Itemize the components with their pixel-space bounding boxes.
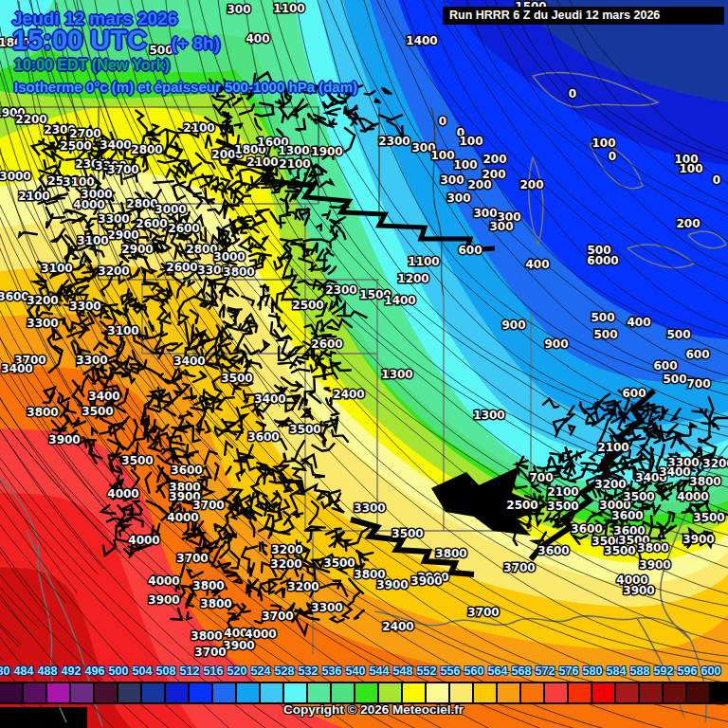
weather-map-page: 1100300140040015000180019005000010023003… [0, 0, 728, 728]
contour-label: 1300 [278, 144, 309, 157]
contour-label: 3400 [254, 392, 285, 406]
scale-swatch [213, 683, 237, 702]
contour-label: 3500 [693, 511, 724, 524]
contour-label: 6000 [587, 254, 618, 267]
contour-label: 2600 [168, 222, 199, 235]
contour-label: 0 [439, 115, 446, 128]
contour-label: 1300 [473, 409, 504, 422]
contour-label: 3100 [41, 262, 72, 275]
contour-label: 2900 [107, 228, 138, 242]
contour-label: 500 [663, 373, 686, 386]
utc-time-text: 15:00 UTC [12, 25, 147, 55]
contour-label: 500 [593, 328, 617, 341]
contour-label: 600 [458, 244, 482, 257]
contour-label: 500 [591, 311, 614, 324]
contour-label: 4000 [73, 198, 104, 211]
contour-label: 3800 [689, 475, 720, 488]
contour-label: 2500 [292, 299, 323, 312]
contour-label: 3500 [604, 544, 635, 557]
contour-label: 2100 [18, 190, 49, 203]
contour-label: 3300 [98, 212, 129, 226]
contour-label: 700 [529, 471, 553, 484]
contour-label: 3300 [311, 601, 342, 614]
contour-label: 1100 [408, 255, 439, 268]
contour-label: 4000 [148, 574, 179, 588]
contour-label: 3600 [571, 522, 602, 536]
contour-label: 100 [430, 149, 454, 162]
contour-label: 3500 [391, 527, 423, 540]
contour-label: 200 [467, 178, 491, 191]
contour-label: 3900 [639, 558, 670, 572]
contour-label: 3200 [27, 294, 58, 307]
contour-label: 3800 [435, 547, 466, 560]
contour-label: 3300 [69, 300, 100, 313]
contour-label: 2600 [311, 337, 342, 351]
scale-swatch [592, 683, 616, 702]
contour-label: 3400 [659, 465, 690, 479]
contour-label: 2800 [131, 143, 162, 156]
color-scale-values: 4804844884924965005045085125165205245285… [0, 664, 728, 680]
contour-label: 1400 [406, 34, 437, 47]
contour-label: 3200 [98, 264, 129, 278]
contour-label: 2200 [15, 113, 46, 126]
contour-label: 1900 [311, 145, 342, 158]
contour-label: 2100 [183, 121, 214, 135]
scale-swatch [47, 683, 71, 702]
scale-swatch [261, 683, 284, 702]
contour-label: 400 [627, 316, 650, 329]
parameter-description-label: Isotherme 0°c (m) et épaisseur 500-1000 … [14, 79, 357, 95]
scale-swatch [569, 683, 592, 702]
contour-label: 3500 [289, 423, 320, 436]
scale-swatch [474, 683, 498, 702]
scale-swatch [498, 683, 521, 702]
scale-swatch [403, 683, 427, 702]
contour-label: 600 [653, 359, 677, 373]
contour-label: 3500 [623, 490, 654, 503]
contour-label: 3500 [82, 405, 113, 418]
contour-label: 4000 [128, 534, 159, 547]
contour-label: 3500 [323, 556, 355, 570]
contour-label: 3300 [27, 317, 58, 330]
scale-swatch [664, 683, 687, 702]
contour-label: 400 [525, 258, 549, 271]
scale-swatch [450, 683, 474, 702]
contour-label: 4000 [107, 487, 138, 500]
contour-label: 100 [453, 158, 477, 172]
contour-label: 200 [676, 217, 700, 230]
copyright-label: Copyright © 2026 Meteociel.fr [283, 702, 464, 717]
contour-label: 2100 [246, 155, 278, 169]
contour-label: 0 [609, 150, 616, 163]
scale-swatch [71, 683, 95, 702]
contour-label: 2700 [69, 127, 100, 140]
contour-label: 3600 [247, 430, 279, 444]
scale-swatch [308, 683, 332, 702]
color-scale-bar [0, 682, 728, 704]
scale-swatch [24, 683, 47, 702]
scale-swatch [142, 683, 166, 702]
contour-label: 3600 [171, 464, 202, 477]
contour-label: 3100 [107, 324, 138, 337]
contour-label: 300 [446, 191, 470, 205]
contour-label: 3600 [0, 290, 29, 303]
scale-swatch [355, 683, 379, 702]
contour-label: 2300 [378, 135, 410, 148]
scale-value: 600 [690, 664, 728, 678]
contour-label: 4000 [677, 490, 708, 503]
contour-label: 2100 [597, 441, 628, 454]
contour-label: 600 [685, 348, 709, 361]
scale-swatch [521, 683, 545, 702]
contour-label: 900 [544, 337, 568, 351]
contour-label: 200 [482, 153, 506, 166]
contour-label: 100 [592, 136, 615, 150]
scale-swatch [711, 683, 728, 702]
contour-label: 300 [227, 3, 250, 16]
scale-swatch [332, 683, 355, 702]
contour-label: 3800 [637, 541, 668, 555]
contour-label: 3300 [354, 501, 385, 515]
contour-label: 3800 [27, 406, 58, 419]
contour-label: 900 [501, 318, 525, 332]
contour-label: 3400 [173, 355, 205, 368]
contour-label: 3900 [410, 574, 442, 588]
contour-label: 3800 [354, 568, 385, 581]
contour-label: 300 [440, 173, 464, 187]
